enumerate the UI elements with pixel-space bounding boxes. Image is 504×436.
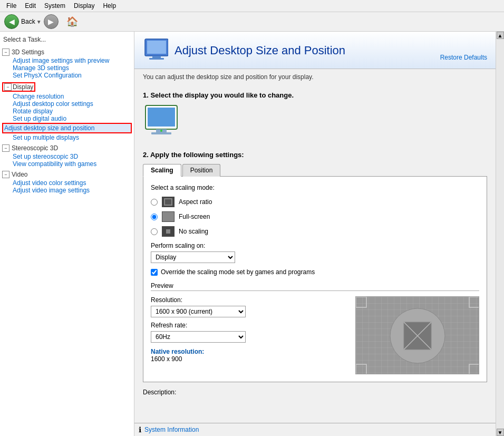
sidebar-item-color-settings[interactable]: Adjust desktop color settings — [2, 100, 132, 108]
override-label[interactable]: Override the scaling mode set by games a… — [161, 268, 315, 276]
restore-defaults-link[interactable]: Restore Defaults — [440, 54, 487, 63]
svg-point-8 — [160, 130, 162, 132]
radio-aspect-ratio[interactable]: Aspect ratio — [151, 197, 479, 207]
sidebar-item-physx[interactable]: Set PhysX Configuration — [2, 72, 132, 79]
radio-fullscreen[interactable]: Full-screen — [151, 211, 479, 222]
display-monitor-icon[interactable] — [143, 104, 182, 140]
sidebar-group-3d[interactable]: − 3D Settings — [2, 47, 132, 57]
fullscreen-icon — [162, 211, 175, 222]
scaling-mode-label: Select a scaling mode: — [151, 184, 479, 191]
sidebar-group-display[interactable]: − Display — [2, 81, 132, 93]
description-label: Description: — [143, 389, 176, 396]
perform-scaling-dropdown[interactable]: Display GPU — [151, 251, 235, 263]
override-checkbox-row[interactable]: Override the scaling mode set by games a… — [151, 268, 479, 276]
sidebar-title: Select a Task... — [2, 34, 132, 45]
back-button[interactable]: ◀ — [4, 14, 19, 29]
home-button[interactable]: 🏠 — [65, 14, 80, 29]
scroll-up-button[interactable]: ▲ — [497, 32, 504, 39]
native-resolution-value: 1600 x 900 — [151, 355, 345, 363]
section1-label: 1. Select the display you would like to … — [143, 91, 487, 99]
description-text: You can adjust the desktop size and posi… — [134, 69, 496, 85]
sidebar-item-manage-3d[interactable]: Manage 3D settings — [2, 64, 132, 72]
menu-system[interactable]: System — [40, 1, 70, 11]
scrollbar[interactable]: ▲ ▼ — [496, 32, 504, 436]
expand-stereo-icon[interactable]: − — [2, 144, 9, 152]
sidebar-item-change-res[interactable]: Change resolution — [2, 93, 132, 100]
aspect-ratio-icon — [162, 197, 175, 207]
sidebar-item-rotate[interactable]: Rotate display — [2, 108, 132, 115]
preview-title: Preview — [151, 282, 479, 291]
tab-scaling[interactable]: Scaling — [143, 164, 181, 177]
tabs: Scaling Position — [143, 164, 487, 177]
back-dropdown-arrow[interactable]: ▼ — [36, 19, 42, 25]
sidebar-item-video-color[interactable]: Adjust video color settings — [2, 179, 132, 187]
svg-rect-5 — [148, 108, 175, 127]
tabs-container: Scaling Position Select a scaling mode: — [143, 164, 487, 382]
sidebar-group-stereo[interactable]: − Stereoscopic 3D — [2, 143, 132, 153]
preview-section: Preview Resolution: 1600 x 900 (current)… — [151, 282, 479, 374]
radio-noscaling-input[interactable] — [151, 228, 158, 235]
back-group: ◀ Back ▼ — [4, 14, 42, 29]
header-monitor-icon — [143, 38, 168, 63]
radio-aspect-input[interactable] — [151, 199, 158, 206]
sidebar-video-label: Video — [12, 171, 27, 178]
sidebar-item-adjust-image[interactable]: Adjust image settings with preview — [2, 57, 132, 64]
resolution-label: Resolution: — [151, 296, 345, 304]
refresh-label: Refresh rate: — [151, 322, 345, 329]
svg-rect-11 — [165, 199, 171, 205]
page-title: Adjust Desktop Size and Position — [175, 44, 345, 57]
sidebar-3d-label: 3D Settings — [12, 49, 44, 56]
menubar: File Edit System Display Help — [0, 0, 504, 12]
section2-label: 2. Apply the following settings: — [143, 151, 487, 159]
svg-rect-3 — [149, 58, 164, 60]
refresh-dropdown[interactable]: 60Hz 59Hz — [151, 331, 246, 343]
sidebar-group-video[interactable]: − Video — [2, 170, 132, 179]
sidebar-item-compat-games[interactable]: View compatibility with games — [2, 160, 132, 168]
description-footer: Description: — [143, 389, 487, 396]
menu-display[interactable]: Display — [70, 1, 99, 11]
status-bar: ℹ System Information — [134, 423, 496, 436]
system-info-link[interactable]: System Information — [144, 426, 199, 433]
tab-content-scaling: Select a scaling mode: Aspect ratio — [143, 176, 487, 382]
display-select-area — [143, 104, 487, 140]
preview-canvas — [355, 296, 479, 374]
perform-scaling-label: Perform scaling on: — [151, 242, 479, 249]
content-body: 1. Select the display you would like to … — [134, 85, 496, 423]
aspect-ratio-label[interactable]: Aspect ratio — [179, 198, 212, 206]
noscaling-label[interactable]: No scaling — [179, 228, 208, 235]
forward-button[interactable]: ▶ — [44, 14, 59, 29]
content-area: Adjust Desktop Size and Position Restore… — [134, 32, 496, 436]
override-checkbox[interactable] — [151, 269, 158, 276]
sidebar-display-label: Display — [13, 83, 33, 91]
resolution-dropdown[interactable]: 1600 x 900 (current) 1280 x 720 1920 x 1… — [151, 306, 246, 317]
sidebar-item-multiple-displays[interactable]: Set up multiple displays — [2, 134, 132, 141]
radio-noscaling[interactable]: No scaling — [151, 226, 479, 237]
sidebar-item-video-image[interactable]: Adjust video image settings — [2, 187, 132, 194]
tab-position[interactable]: Position — [182, 164, 221, 177]
menu-file[interactable]: File — [2, 1, 21, 11]
sidebar-item-digital-audio[interactable]: Set up digital audio — [2, 115, 132, 122]
expand-3d-icon[interactable]: − — [2, 49, 9, 56]
preview-layout: Resolution: 1600 x 900 (current) 1280 x … — [151, 296, 479, 374]
svg-rect-15 — [166, 229, 170, 234]
sidebar-item-setup-stereo[interactable]: Set up stereoscopic 3D — [2, 153, 132, 160]
menu-help[interactable]: Help — [99, 1, 120, 11]
svg-rect-1 — [147, 41, 166, 54]
content-header: Adjust Desktop Size and Position Restore… — [134, 32, 496, 69]
main-layout: Select a Task... − 3D Settings Adjust im… — [0, 32, 504, 436]
svg-rect-13 — [162, 212, 174, 221]
header-left: Adjust Desktop Size and Position — [143, 38, 345, 63]
expand-display-icon[interactable]: − — [4, 83, 12, 91]
scroll-down-button[interactable]: ▼ — [497, 429, 504, 436]
menu-edit[interactable]: Edit — [21, 1, 40, 11]
native-resolution-label: Native resolution: — [151, 348, 345, 355]
sidebar-stereo-label: Stereoscopic 3D — [12, 144, 58, 152]
preview-controls: Resolution: 1600 x 900 (current) 1280 x … — [151, 296, 345, 374]
radio-fullscreen-input[interactable] — [151, 214, 158, 220]
svg-rect-7 — [151, 132, 171, 134]
sidebar-item-desktop-size[interactable]: Adjust desktop size and position — [2, 123, 132, 133]
fullscreen-label[interactable]: Full-screen — [179, 213, 210, 220]
expand-video-icon[interactable]: − — [2, 171, 9, 178]
noscaling-icon — [162, 226, 175, 237]
toolbar: ◀ Back ▼ ▶ 🏠 — [0, 12, 504, 32]
